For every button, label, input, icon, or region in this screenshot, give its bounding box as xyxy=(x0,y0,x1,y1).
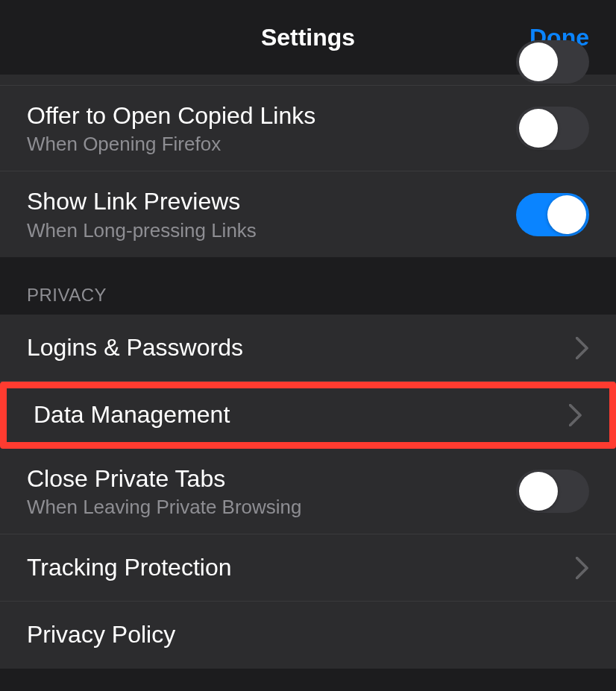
bottom-spacer xyxy=(0,669,616,691)
offer-copied-links-title: Offer to Open Copied Links xyxy=(27,101,516,132)
show-link-previews-subtitle: When Long-pressing Links xyxy=(27,219,516,242)
close-private-tabs-toggle[interactable] xyxy=(516,470,589,513)
chevron-right-icon xyxy=(576,337,589,359)
partial-row-top xyxy=(0,75,616,86)
logins-passwords-title: Logins & Passwords xyxy=(27,332,576,364)
show-link-previews-title: Show Link Previews xyxy=(27,186,516,218)
close-private-tabs-title: Close Private Tabs xyxy=(27,464,516,495)
show-link-previews-row[interactable]: Show Link Previews When Long-pressing Li… xyxy=(0,171,616,257)
chevron-right-icon xyxy=(576,557,589,579)
offer-copied-links-subtitle: When Opening Firefox xyxy=(27,133,516,156)
tracking-protection-row[interactable]: Tracking Protection xyxy=(0,534,616,602)
data-management-row[interactable]: Data Management xyxy=(0,382,616,449)
offer-copied-links-toggle[interactable] xyxy=(516,107,589,150)
show-link-previews-toggle[interactable] xyxy=(516,193,589,236)
partial-toggle[interactable] xyxy=(516,40,589,83)
tracking-protection-title: Tracking Protection xyxy=(27,552,576,584)
privacy-policy-title: Privacy Policy xyxy=(27,619,589,651)
close-private-tabs-row[interactable]: Close Private Tabs When Leaving Private … xyxy=(0,449,616,534)
privacy-policy-row[interactable]: Privacy Policy xyxy=(0,602,616,669)
privacy-section-header: PRIVACY xyxy=(0,257,616,315)
page-title: Settings xyxy=(261,24,355,51)
chevron-right-icon xyxy=(569,404,582,426)
data-management-title: Data Management xyxy=(34,400,569,431)
close-private-tabs-subtitle: When Leaving Private Browsing xyxy=(27,496,516,519)
logins-passwords-row[interactable]: Logins & Passwords xyxy=(0,315,616,382)
offer-copied-links-row[interactable]: Offer to Open Copied Links When Opening … xyxy=(0,86,616,171)
privacy-section-label: PRIVACY xyxy=(27,285,107,306)
